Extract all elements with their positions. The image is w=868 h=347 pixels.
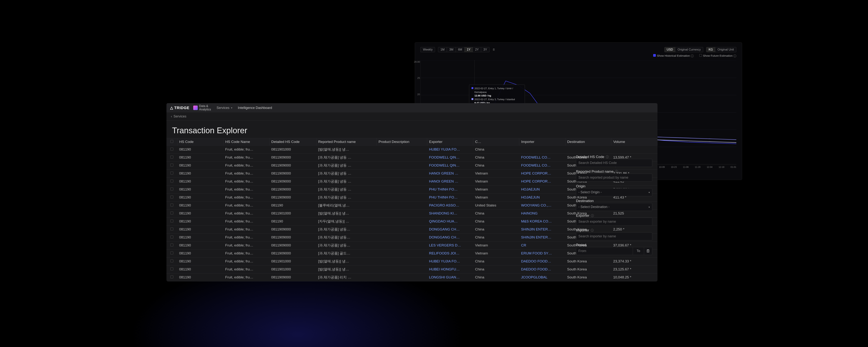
breadcrumb-label[interactable]: Services: [174, 114, 186, 118]
row-checkbox[interactable]: [166, 241, 177, 249]
back-icon[interactable]: ‹: [171, 114, 172, 118]
currency-usd[interactable]: USD: [664, 47, 676, 52]
cell-importer[interactable]: FOODWELL CO…: [519, 162, 565, 170]
cell-importer[interactable]: [519, 145, 565, 153]
app-logo[interactable]: △ TRIDGE: [170, 106, 189, 110]
row-checkbox[interactable]: [166, 202, 177, 209]
select-all-checkbox[interactable]: [166, 138, 177, 145]
filter-detailed-hs-input[interactable]: [576, 159, 652, 167]
col-destination[interactable]: Destination: [565, 138, 611, 145]
unit-kg[interactable]: KG: [706, 47, 715, 52]
cell-exporter[interactable]: FOODWELL QIN…: [427, 153, 473, 162]
row-checkbox[interactable]: [166, 194, 177, 202]
frequency-value[interactable]: Weekly: [421, 47, 435, 52]
cell-importer[interactable]: M&S KOREA CO…: [519, 217, 565, 225]
cell-exporter[interactable]: HUBEI YUJIA FO…: [427, 257, 473, 266]
table-row[interactable]: 081190 Fruit, edible; fru… 0811909000 [과…: [166, 273, 657, 281]
cell-exporter[interactable]: DONGGANG CH…: [427, 225, 473, 234]
cell-exporter[interactable]: HANOI GREEN …: [427, 170, 473, 177]
cell-importer[interactable]: HOJAEJUN: [519, 185, 565, 194]
cell-exporter[interactable]: PACIGRO ASSO…: [427, 202, 473, 209]
range-6m[interactable]: 6M: [456, 47, 465, 52]
cell-importer[interactable]: HOPE CORPOR…: [519, 177, 565, 185]
cell-exporter[interactable]: PHU THINH FO…: [427, 185, 473, 194]
cell-exporter[interactable]: PHU THINH FO…: [427, 194, 473, 202]
table-row[interactable]: 081190 Fruit, edible; fru… 0811901000 [밤…: [166, 266, 657, 273]
col-volume[interactable]: Volume: [611, 138, 657, 145]
breadcrumb[interactable]: ‹ Services: [166, 112, 657, 120]
row-checkbox[interactable]: [166, 266, 177, 273]
row-checkbox[interactable]: [166, 217, 177, 225]
row-checkbox[interactable]: [166, 177, 177, 185]
col-importer[interactable]: Importer: [519, 138, 565, 145]
col-detailed-hs[interactable]: Detailed HS Code: [269, 138, 316, 145]
range-3y[interactable]: 3Y: [481, 47, 490, 52]
intelligence-dashboard-link[interactable]: Intelligence Dashboard: [238, 106, 272, 110]
cell-importer[interactable]: FOODWELL CO…: [519, 153, 565, 162]
cell-exporter[interactable]: DONGGANG CH…: [427, 234, 473, 241]
future-estimation-toggle[interactable]: Show Future Estimation i: [699, 54, 736, 58]
filter-destination-select[interactable]: - Select Destination -▾: [576, 203, 652, 211]
col-country[interactable]: C…: [473, 138, 519, 145]
row-checkbox[interactable]: [166, 209, 177, 217]
product-badge[interactable]: Data &Analytics: [193, 104, 211, 111]
cell-importer[interactable]: HOJAEJUN: [519, 194, 565, 202]
filter-exporter-input[interactable]: [576, 218, 652, 225]
cell-importer[interactable]: DAEDOO FOOD…: [519, 266, 565, 273]
row-checkbox[interactable]: [166, 257, 177, 266]
info-icon[interactable]: i: [615, 170, 618, 173]
cell-exporter[interactable]: LES VERGERS D…: [427, 241, 473, 249]
cell-exporter[interactable]: LONGSHI GUAN…: [427, 273, 473, 281]
range-3m[interactable]: 3M: [447, 47, 456, 52]
services-menu[interactable]: Services ▾: [217, 106, 232, 110]
row-checkbox[interactable]: [166, 225, 177, 234]
row-checkbox[interactable]: [166, 273, 177, 281]
frequency-selector[interactable]: Weekly: [421, 47, 435, 52]
currency-original[interactable]: Original Currency: [675, 47, 703, 52]
range-2y[interactable]: 2Y: [473, 47, 481, 52]
info-icon[interactable]: i: [606, 155, 609, 158]
cell-importer[interactable]: HOPE CORPOR…: [519, 170, 565, 177]
row-checkbox[interactable]: [166, 145, 177, 153]
cell-exporter[interactable]: HANOI GREEN …: [427, 177, 473, 185]
cell-importer[interactable]: SHINJIN ENTER…: [519, 225, 565, 234]
cell-exporter[interactable]: SHANDONG KI…: [427, 209, 473, 217]
col-exporter[interactable]: Exporter: [427, 138, 473, 145]
cell-importer[interactable]: ERUM FOOD SY…: [519, 249, 565, 257]
info-icon[interactable]: i: [591, 229, 594, 232]
row-checkbox[interactable]: [166, 153, 177, 162]
calendar-icon[interactable]: 🗓: [493, 48, 495, 51]
row-checkbox[interactable]: [166, 170, 177, 177]
row-checkbox[interactable]: [166, 185, 177, 194]
col-hs-code-name[interactable]: HS Code Name: [223, 138, 270, 145]
cell-exporter[interactable]: FOODWELL QIN…: [427, 162, 473, 170]
cell-importer[interactable]: CR: [519, 241, 565, 249]
calendar-icon[interactable]: 🗓: [644, 247, 652, 255]
cell-importer[interactable]: DAEDOO FOOD…: [519, 257, 565, 266]
cell-importer[interactable]: SHINJIN ENTER…: [519, 234, 565, 241]
row-checkbox[interactable]: [166, 234, 177, 241]
table-row[interactable]: 081190 Fruit, edible; fru… 0811901000 [밤…: [166, 257, 657, 266]
cell-exporter[interactable]: QINGDAO HUA…: [427, 217, 473, 225]
filter-importer-input[interactable]: [576, 232, 652, 240]
unit-original[interactable]: Original Unit: [715, 47, 736, 52]
row-checkbox[interactable]: [166, 162, 177, 170]
cell-importer[interactable]: WOOYANG CO.,…: [519, 202, 565, 209]
table-row[interactable]: 081190 Fruit, edible; fru… 0811901000 [밤…: [166, 145, 657, 153]
col-reported-product[interactable]: Reported Product name: [316, 138, 376, 145]
col-hs-code[interactable]: HS Code: [177, 138, 223, 145]
cell-exporter[interactable]: HUBEI YUJIA FO…: [427, 145, 473, 153]
cell-exporter[interactable]: HUBEI HONGFU…: [427, 266, 473, 273]
range-1y[interactable]: 1Y: [465, 47, 473, 52]
cell-importer[interactable]: JCOOPGLOBAL: [519, 273, 565, 281]
row-checkbox[interactable]: [166, 249, 177, 257]
col-product-desc[interactable]: Product Description: [377, 138, 427, 145]
cell-importer[interactable]: HAINONG: [519, 209, 565, 217]
filter-period-from[interactable]: [576, 247, 633, 255]
filter-reported-product-input[interactable]: [576, 174, 652, 182]
cell-exporter[interactable]: RELIFOODS JOI…: [427, 249, 473, 257]
filter-origin-select[interactable]: - Select Origin -▾: [576, 188, 652, 196]
historical-estimation-toggle[interactable]: Show Historical Estimation i: [653, 54, 694, 58]
info-icon[interactable]: i: [591, 214, 594, 217]
range-1m[interactable]: 1M: [438, 47, 447, 52]
